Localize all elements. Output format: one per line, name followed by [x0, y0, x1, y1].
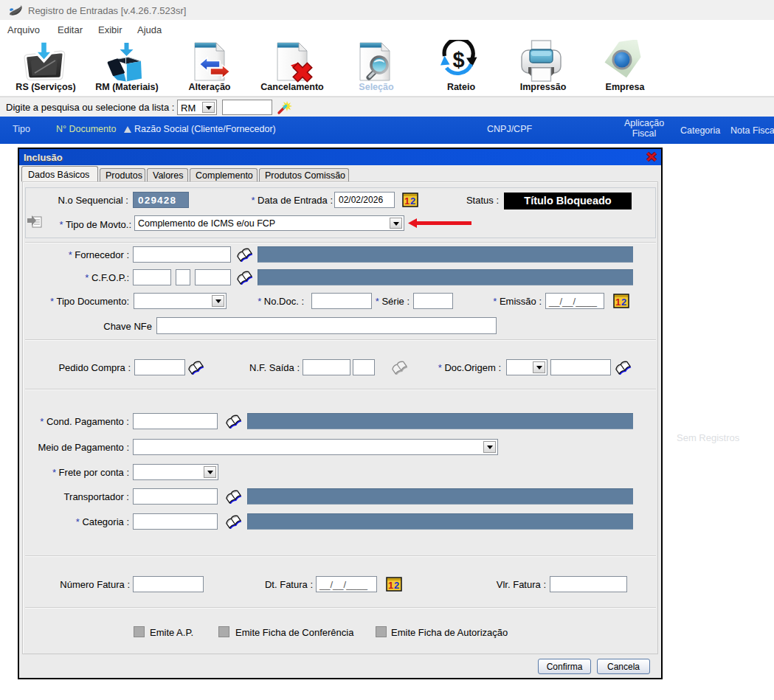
svg-text:1: 1	[404, 195, 410, 207]
svg-text:$: $	[452, 48, 464, 72]
svg-text:2: 2	[410, 195, 415, 207]
